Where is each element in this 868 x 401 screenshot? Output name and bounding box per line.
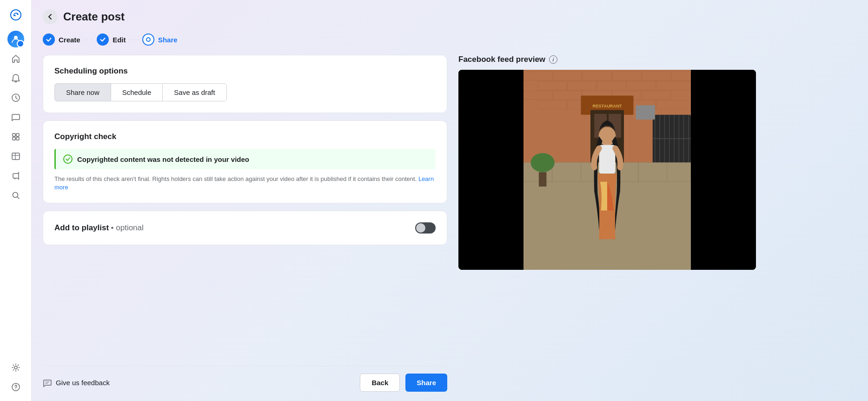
sidebar-help-icon[interactable] xyxy=(7,379,24,395)
sidebar-grid-icon[interactable] xyxy=(7,128,24,145)
preview-title-text: Facebook feed preview xyxy=(458,55,545,64)
feedback-label: Give us feedback xyxy=(56,379,110,387)
playlist-toggle[interactable] xyxy=(415,222,436,234)
svg-point-0 xyxy=(17,13,18,15)
sidebar-search-icon[interactable] xyxy=(7,187,24,204)
playlist-label: Add to playlist xyxy=(54,223,109,232)
preview-image-container: RESTAURANT xyxy=(458,70,756,270)
svg-rect-7 xyxy=(12,153,20,160)
svg-point-11 xyxy=(14,366,17,369)
step-edit: Edit xyxy=(97,33,126,46)
copyright-success-text: Copyrighted content was not detected in … xyxy=(77,155,249,163)
scheduling-card: Scheduling options Share now Schedule Sa… xyxy=(43,55,447,113)
step-edit-icon xyxy=(97,33,109,46)
scheduling-title: Scheduling options xyxy=(54,67,436,76)
schedule-button[interactable]: Schedule xyxy=(111,83,163,101)
svg-rect-65 xyxy=(636,105,655,120)
svg-rect-5 xyxy=(13,137,15,140)
sidebar-table-icon[interactable] xyxy=(7,148,24,165)
svg-rect-64 xyxy=(539,172,546,187)
scroll-thumb xyxy=(751,70,753,107)
preview-video: RESTAURANT xyxy=(523,70,691,270)
svg-point-63 xyxy=(530,153,554,172)
preview-title-row: Facebook feed preview i xyxy=(458,55,756,64)
step-edit-label: Edit xyxy=(113,36,126,44)
back-button[interactable]: Back xyxy=(360,374,400,392)
copyright-check-icon xyxy=(63,154,73,164)
share-button[interactable]: Share xyxy=(405,374,447,392)
preview-left-black xyxy=(458,70,523,270)
scroll-indicator xyxy=(750,70,754,270)
save-draft-button[interactable]: Save as draft xyxy=(162,83,226,101)
share-now-button[interactable]: Share now xyxy=(54,83,111,101)
step-divider-1: · · · · xyxy=(84,37,93,42)
sidebar-megaphone-icon[interactable] xyxy=(7,167,24,184)
user-avatar[interactable] xyxy=(7,31,24,47)
sidebar-chat-icon[interactable] xyxy=(7,109,24,126)
playlist-optional: • optional xyxy=(111,223,144,232)
sidebar-home-icon[interactable] xyxy=(7,50,24,67)
step-share-icon xyxy=(142,33,154,46)
step-create: Create xyxy=(43,33,80,46)
step-create-icon xyxy=(43,33,55,46)
meta-logo[interactable] xyxy=(7,6,25,24)
playlist-label-group: Add to playlist • optional xyxy=(54,223,144,233)
playlist-row: Add to playlist • optional xyxy=(54,222,436,234)
right-panel: Facebook feed preview i xyxy=(458,55,756,392)
svg-rect-3 xyxy=(13,134,15,136)
svg-rect-6 xyxy=(16,137,19,140)
bottom-bar: Give us feedback Back Share xyxy=(43,366,447,392)
content-area: Scheduling options Share now Schedule Sa… xyxy=(43,55,857,392)
feedback-button[interactable]: Give us feedback xyxy=(43,378,110,388)
sidebar xyxy=(0,0,32,401)
left-panel: Scheduling options Share now Schedule Sa… xyxy=(43,55,447,392)
svg-point-10 xyxy=(13,193,18,198)
toggle-knob xyxy=(416,223,425,233)
main-content: Create post Create · · · · Edit xyxy=(32,0,868,401)
copyright-title: Copyright check xyxy=(54,132,436,141)
step-share-label: Share xyxy=(158,36,178,44)
svg-point-13 xyxy=(15,389,16,389)
stepper: Create · · · · Edit · · · · Share xyxy=(43,33,857,46)
preview-right-black xyxy=(691,70,756,270)
preview-info-icon[interactable]: i xyxy=(549,55,557,64)
action-buttons: Back Share xyxy=(360,374,447,392)
step-share: Share xyxy=(142,33,178,46)
svg-text:RESTAURANT: RESTAURANT xyxy=(592,104,622,108)
sidebar-gear-icon[interactable] xyxy=(7,359,24,376)
copyright-note: The results of this check aren't final. … xyxy=(54,175,436,192)
feedback-icon xyxy=(43,378,52,388)
step-divider-2: · · · · xyxy=(130,37,139,42)
copyright-card: Copyright check Copyrighted content was … xyxy=(43,120,447,203)
schedule-button-group: Share now Schedule Save as draft xyxy=(54,83,436,101)
step-create-label: Create xyxy=(59,36,80,44)
svg-rect-4 xyxy=(16,134,19,136)
page-header: Create post xyxy=(43,9,857,24)
copyright-success-banner: Copyrighted content was not detected in … xyxy=(54,149,436,169)
sidebar-bell-icon[interactable] xyxy=(7,70,24,87)
sidebar-circle-icon[interactable] xyxy=(7,89,24,106)
page-title: Create post xyxy=(63,10,125,23)
playlist-card: Add to playlist • optional xyxy=(43,211,447,245)
back-header-button[interactable] xyxy=(43,9,58,24)
